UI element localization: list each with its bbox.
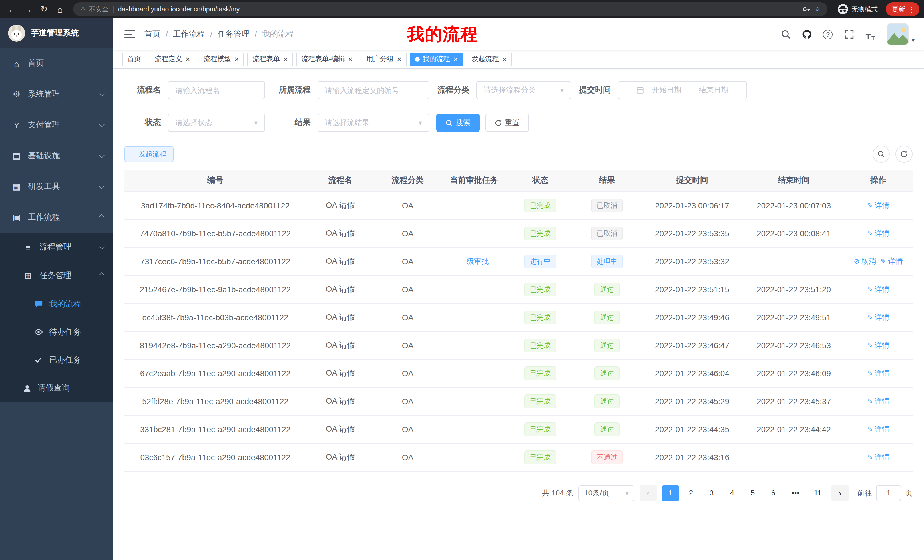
create-process-button[interactable]: + 发起流程 <box>124 146 174 162</box>
search-button[interactable]: 搜索 <box>436 114 480 132</box>
result-select[interactable]: 请选择流结果 ▾ <box>318 114 429 132</box>
security-status[interactable]: ⚠不安全 <box>80 5 108 13</box>
forward-button[interactable]: → <box>21 2 35 16</box>
help-icon[interactable]: ? <box>821 27 835 41</box>
status-select[interactable]: 请选择状态 ▾ <box>168 114 265 132</box>
breadcrumb-item[interactable]: 首页 <box>144 29 160 39</box>
back-button[interactable]: ← <box>4 2 20 16</box>
col-submit-time: 提交时间 <box>641 169 744 191</box>
reset-button[interactable]: 重置 <box>485 114 529 132</box>
breadcrumb-item[interactable]: 任务管理 <box>218 29 249 39</box>
cell-category: OA <box>375 219 441 247</box>
search-icon[interactable] <box>779 27 793 41</box>
close-icon[interactable]: × <box>348 55 352 63</box>
category-select[interactable]: 请选择流程分类 ▾ <box>476 81 571 99</box>
sidebar-item-infrastructure[interactable]: ▤ 基础设施 <box>0 141 113 171</box>
page-goto-input[interactable] <box>876 485 901 501</box>
tab-tag[interactable]: 流程模型 × <box>198 52 244 66</box>
page-number-button[interactable]: 6 <box>765 485 782 501</box>
cell-name: OA 请假 <box>306 303 375 331</box>
user-avatar-menu[interactable]: ▾ <box>887 23 915 45</box>
sidebar-item-leave-query[interactable]: 请假查询 <box>0 374 113 403</box>
github-icon[interactable] <box>800 27 814 41</box>
detail-link[interactable]: ✎详情 <box>867 340 890 350</box>
cell-id: 819442e8-7b9a-11ec-a290-acde48001122 <box>124 331 306 359</box>
toggle-search-button[interactable] <box>873 145 890 163</box>
detail-link[interactable]: ✎详情 <box>867 368 890 378</box>
cell-name: OA 请假 <box>306 359 375 387</box>
sidebar-item-home[interactable]: ⌂ 首页 <box>0 48 113 79</box>
refresh-table-button[interactable] <box>896 145 913 163</box>
tab-tag[interactable]: 首页 <box>122 52 146 66</box>
sidebar-item-dev-tools[interactable]: ▦ 研发工具 <box>0 171 113 202</box>
breadcrumb-item[interactable]: 工作流程 <box>173 29 205 39</box>
page-number-button[interactable]: 2 <box>682 485 700 501</box>
process-name-input[interactable] <box>168 81 265 99</box>
tab-tag[interactable]: 发起流程 × <box>466 52 512 66</box>
page-number-button[interactable]: 3 <box>703 485 720 501</box>
detail-link[interactable]: ✎详情 <box>867 396 890 406</box>
breadcrumb-item: 我的流程 <box>262 29 294 39</box>
close-icon[interactable]: × <box>502 55 507 63</box>
sidebar-item-payment-management[interactable]: ¥ 支付管理 <box>0 109 113 141</box>
tab-tag[interactable]: 用户分组 × <box>361 52 406 66</box>
page-number-button[interactable]: 5 <box>744 485 761 501</box>
start-date-placeholder: 开始日期 <box>652 85 682 95</box>
page-number-button[interactable]: 4 <box>723 485 741 501</box>
sidebar-item-done-tasks[interactable]: 已办任务 <box>0 346 113 374</box>
tab-tag[interactable]: 流程表单 × <box>247 52 292 66</box>
workflow-submenu: ≡ 流程管理 ⊞ 任务管理 我的流程 待办任 <box>0 233 113 403</box>
close-icon[interactable]: × <box>186 55 190 63</box>
result-label: 结果 <box>265 118 318 128</box>
sidebar-item-workflow[interactable]: ▣ 工作流程 <box>0 202 113 233</box>
password-key-icon[interactable] <box>801 4 811 14</box>
page-number-button[interactable]: 1 <box>662 485 679 501</box>
address-bar[interactable]: ⚠不安全 | dashboard.yudao.iocoder.cn/bpm/ta… <box>73 2 828 16</box>
page-ellipsis[interactable]: ••• <box>787 485 804 501</box>
next-page-button[interactable]: › <box>831 485 849 501</box>
breadcrumb-separator: / <box>255 30 257 39</box>
detail-link[interactable]: ✎详情 <box>867 284 890 294</box>
detail-link[interactable]: ✎详情 <box>867 228 890 238</box>
close-icon[interactable]: × <box>453 55 458 63</box>
col-name: 流程名 <box>306 169 375 191</box>
fullscreen-icon[interactable] <box>842 27 856 41</box>
page-size-select[interactable]: 10条/页 ▾ <box>579 485 634 501</box>
cell-end-time: 2022-01-23 00:07:03 <box>744 191 844 219</box>
bookmark-star-icon[interactable]: ☆ <box>814 5 820 13</box>
table-row: 7317cec6-7b9b-11ec-b5b7-acde48001122 OA … <box>124 247 913 275</box>
detail-link[interactable]: ✎详情 <box>867 200 890 210</box>
prev-page-button[interactable]: ‹ <box>640 485 657 501</box>
cancel-link[interactable]: ⊘取消 <box>854 256 876 266</box>
app-logo[interactable]: 芋道管理系统 <box>0 18 113 48</box>
cell-result: 已取消 <box>573 219 641 247</box>
detail-link[interactable]: ✎详情 <box>867 452 890 462</box>
app-title: 芋道管理系统 <box>31 28 79 38</box>
sidebar-item-process-management[interactable]: ≡ 流程管理 <box>0 233 113 262</box>
page-number-button[interactable]: 11 <box>809 485 826 501</box>
sidebar-item-task-management[interactable]: ⊞ 任务管理 <box>0 262 113 290</box>
tab-tag[interactable]: 流程定义 × <box>150 52 195 66</box>
tab-tag[interactable]: 我的流程 × <box>410 52 463 66</box>
close-icon[interactable]: × <box>234 55 239 63</box>
sidebar-toggle-icon[interactable] <box>124 30 135 38</box>
update-button[interactable]: 更新 ⋮ <box>886 2 920 16</box>
check-icon <box>34 356 43 364</box>
process-def-input[interactable] <box>318 81 429 99</box>
font-size-icon[interactable]: TT <box>864 27 877 41</box>
home-button[interactable]: ⌂ <box>52 2 68 16</box>
current-task-link[interactable]: 一级审批 <box>459 256 489 266</box>
submit-time-range-picker[interactable]: 开始日期 - 结束日期 <box>618 81 747 99</box>
reload-button[interactable]: ↻ <box>36 2 51 16</box>
tab-tag[interactable]: 流程表单-编辑 × <box>296 52 358 66</box>
edit-icon: ✎ <box>867 313 873 321</box>
close-icon[interactable]: × <box>397 55 402 63</box>
sidebar-item-todo-tasks[interactable]: 待办任务 <box>0 318 113 346</box>
sidebar-item-my-process[interactable]: 我的流程 <box>0 290 113 318</box>
sidebar-item-system-management[interactable]: ⚙ 系统管理 <box>0 79 113 109</box>
detail-link[interactable]: ✎详情 <box>880 256 903 266</box>
browser-menu-icon[interactable]: ⋮ <box>908 5 915 13</box>
detail-link[interactable]: ✎详情 <box>867 424 890 434</box>
detail-link[interactable]: ✎详情 <box>867 312 890 322</box>
close-icon[interactable]: × <box>283 55 288 63</box>
